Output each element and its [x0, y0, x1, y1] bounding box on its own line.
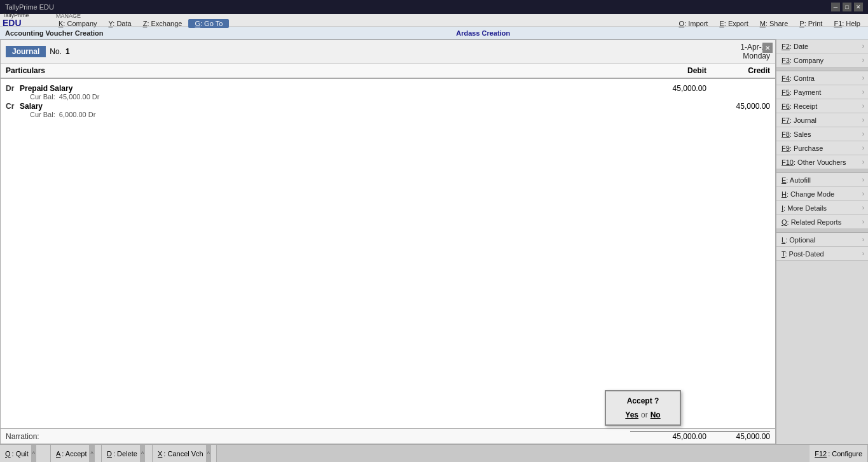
col-particulars-header: Particulars	[6, 66, 630, 75]
voucher-header: Journal No. 1 1-Apr-24 Monday ✕	[1, 40, 775, 64]
entry-balance-salary: Cur Bal: 6,000.00 Dr	[20, 111, 630, 118]
sidebar-receipt-chevron: ›	[862, 102, 864, 109]
bottom-delete-label: : Delete	[113, 450, 137, 458]
minimize-button[interactable]: ─	[831, 3, 840, 11]
window-controls: ─ □ ✕	[831, 3, 863, 11]
company-name: Ardass Creation	[456, 29, 510, 37]
sidebar-company-label: F3: Company	[782, 57, 823, 64]
sidebar-item-company[interactable]: F3: Company ›	[776, 53, 868, 67]
bottom-accept[interactable]: A : Accept ^	[51, 445, 102, 462]
entry-details-prepaid-salary: Prepaid Salary Cur Bal: 45,000.00 Dr	[20, 84, 630, 101]
menu-import[interactable]: O: Import	[674, 19, 713, 28]
voucher-no-label: No.	[46, 47, 65, 56]
bottom-accept-label: : Accept	[62, 450, 86, 458]
sidebar-company-chevron: ›	[862, 57, 864, 64]
sidebar-item-change-mode[interactable]: H: Change Mode ›	[776, 187, 868, 201]
bottom-configure-key: F12	[815, 450, 827, 458]
bottom-configure[interactable]: F12 : Configure	[809, 445, 868, 462]
sidebar-optional-label: L: Optional	[782, 236, 815, 244]
restore-button[interactable]: □	[843, 3, 851, 11]
entry-debit-prepaid-salary: 45,000.00	[630, 84, 706, 93]
sidebar-payment-label: F5: Payment	[782, 88, 821, 96]
narration-total-debit: 45,000.00	[630, 431, 706, 441]
sidebar-item-related-reports[interactable]: Q: Related Reports ›	[776, 215, 868, 229]
entry-balance-prepaid-salary: Cur Bal: 45,000.00 Dr	[20, 93, 630, 101]
menu-goto[interactable]: G: Go To	[188, 19, 229, 28]
sidebar-item-autofill[interactable]: E: Autofill ›	[776, 173, 868, 187]
sidebar-autofill-label: E: Autofill	[782, 176, 811, 184]
voucher-type-badge: Journal	[6, 46, 46, 57]
manage-section: MANAGE K: Company Y: Data Z: Exchange G:…	[53, 13, 865, 28]
sidebar-item-purchase[interactable]: F9: Purchase ›	[776, 141, 868, 155]
bottom-accept-caret: ^	[89, 445, 94, 462]
bottom-quit[interactable]: Q : Quit ^	[0, 445, 51, 462]
close-button[interactable]: ✕	[854, 3, 863, 11]
main-layout: Journal No. 1 1-Apr-24 Monday ✕ Particul…	[0, 39, 868, 444]
sidebar-other-vouchers-label: F10: Other Vouchers	[782, 158, 846, 166]
table-header: Particulars Debit Credit	[1, 64, 775, 79]
sidebar-other-vouchers-chevron: ›	[862, 158, 864, 165]
sidebar-item-journal[interactable]: F7: Journal ›	[776, 113, 868, 127]
sidebar-item-contra[interactable]: F4: Contra ›	[776, 71, 868, 85]
bottom-cancel-vch[interactable]: X : Cancel Vch ^	[153, 445, 217, 462]
sidebar-item-post-dated[interactable]: T: Post-Dated ›	[776, 247, 868, 261]
menu-export[interactable]: E: Export	[714, 19, 753, 28]
bottom-bar: Q : Quit ^ A : Accept ^ D : Delete ^ X :…	[0, 444, 868, 462]
sidebar-spacer	[776, 261, 868, 444]
sidebar-payment-chevron: ›	[862, 88, 864, 95]
menu-share[interactable]: M: Share	[755, 19, 794, 28]
accept-dialog-options: Yes or No	[611, 410, 675, 419]
menu-company[interactable]: K: Company	[53, 19, 102, 28]
sidebar-optional-chevron: ›	[862, 236, 864, 243]
bottom-delete-caret: ^	[140, 445, 145, 462]
sidebar-post-dated-label: T: Post-Dated	[782, 250, 824, 258]
sidebar-journal-label: F7: Journal	[782, 116, 816, 124]
bottom-configure-label: : Configure	[828, 450, 862, 458]
sidebar-date-label: F2: Date	[782, 43, 808, 50]
bottom-delete-key: D	[107, 450, 112, 458]
sidebar-related-reports-chevron: ›	[862, 218, 864, 225]
menu-data[interactable]: Y: Data	[104, 19, 137, 28]
entry-details-salary: Salary Cur Bal: 6,000.00 Dr	[20, 102, 630, 118]
sidebar-related-reports-label: Q: Related Reports	[782, 218, 841, 226]
accept-yes-button[interactable]: Yes	[625, 410, 638, 419]
entry-name-salary[interactable]: Salary	[20, 102, 630, 111]
menu-bar: TallyPrime EDU MANAGE K: Company Y: Data…	[0, 14, 868, 27]
app-title: TallyPrime EDU	[5, 3, 54, 11]
sidebar-item-more-details[interactable]: I: More Details ›	[776, 201, 868, 215]
sidebar-more-details-chevron: ›	[862, 204, 864, 211]
logo-area: TallyPrime EDU	[3, 13, 53, 27]
voucher-body: Dr Prepaid Salary Cur Bal: 45,000.00 Dr …	[1, 79, 775, 428]
menu-exchange[interactable]: Z: Exchange	[138, 19, 188, 28]
sidebar-purchase-chevron: ›	[862, 144, 864, 151]
sidebar-receipt-label: F6: Receipt	[782, 102, 817, 110]
narration-total-credit: 45,000.00	[706, 431, 770, 441]
sidebar-item-sales[interactable]: F8: Sales ›	[776, 127, 868, 141]
accept-no-button[interactable]: No	[651, 410, 661, 419]
sidebar-autofill-chevron: ›	[862, 176, 864, 183]
voucher-day: Monday	[740, 52, 770, 60]
sidebar-item-date[interactable]: F2: Date ›	[776, 39, 868, 53]
entry-type-dr: Dr	[6, 84, 20, 93]
sidebar-item-optional[interactable]: L: Optional ›	[776, 233, 868, 247]
voucher-close-button[interactable]: ✕	[762, 43, 773, 53]
sidebar-change-mode-chevron: ›	[862, 190, 864, 197]
info-bar: Accounting Voucher Creation Ardass Creat…	[0, 27, 868, 39]
entry-name-prepaid-salary[interactable]: Prepaid Salary	[20, 84, 630, 93]
menu-print[interactable]: P: Print	[794, 19, 827, 28]
entry-row-dr: Dr Prepaid Salary Cur Bal: 45,000.00 Dr …	[6, 84, 770, 101]
menu-help[interactable]: F1: Help	[829, 19, 865, 28]
sidebar-item-other-vouchers[interactable]: F10: Other Vouchers ›	[776, 155, 868, 169]
bottom-quit-label: : Quit	[12, 450, 29, 458]
menu-items: K: Company Y: Data Z: Exchange G: Go To …	[53, 19, 865, 28]
sidebar-journal-chevron: ›	[862, 116, 864, 123]
sidebar-contra-label: F4: Contra	[782, 74, 815, 82]
right-sidebar: F2: Date › F3: Company › F4: Contra › F5…	[776, 39, 868, 444]
bottom-cancel-vch-label: : Cancel Vch	[163, 450, 203, 458]
narration-label: Narration:	[6, 432, 57, 441]
sidebar-item-payment[interactable]: F5: Payment ›	[776, 85, 868, 99]
voucher-number[interactable]: 1	[65, 47, 70, 56]
bottom-delete[interactable]: D : Delete ^	[102, 445, 153, 462]
sidebar-item-receipt[interactable]: F6: Receipt ›	[776, 99, 868, 113]
bottom-accept-key: A	[56, 450, 60, 458]
